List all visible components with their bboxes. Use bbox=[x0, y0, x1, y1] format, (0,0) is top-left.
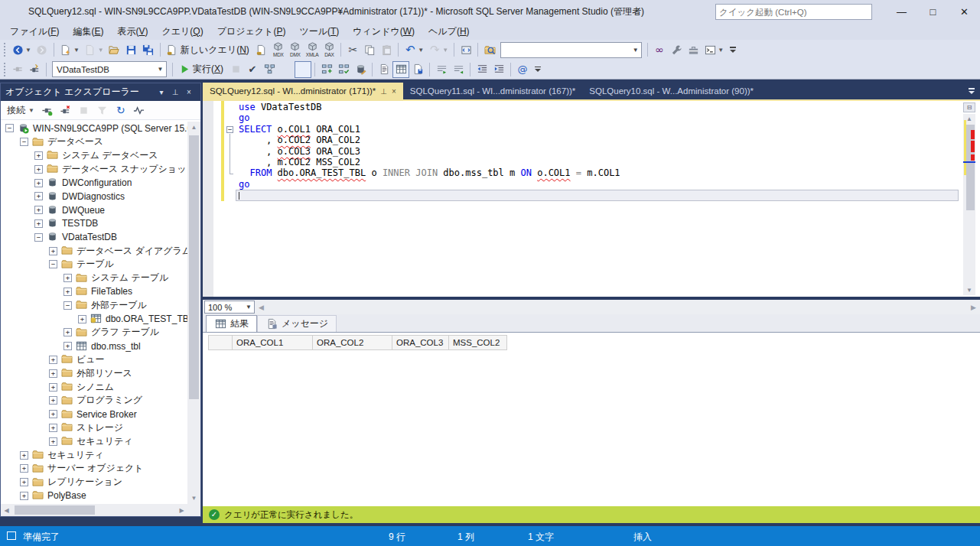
chevron-down-icon[interactable]: ▼ bbox=[418, 47, 424, 54]
close-button[interactable]: ✕ bbox=[949, 0, 980, 23]
chevron-down-icon[interactable]: ▼ bbox=[98, 47, 104, 54]
tree-expander[interactable]: + bbox=[63, 274, 72, 282]
close-icon[interactable]: × bbox=[392, 87, 396, 96]
tree-item--[interactable]: +セキュリティ bbox=[1, 448, 187, 462]
toolbar-grip[interactable] bbox=[2, 63, 8, 76]
tree-item--[interactable]: +システム データベース bbox=[1, 149, 187, 163]
grid-corner-header[interactable] bbox=[209, 336, 233, 350]
tools-wrench-button[interactable] bbox=[668, 41, 685, 58]
chevron-down-icon[interactable]: ▼ bbox=[155, 62, 166, 76]
command-window-button[interactable]: ▼ bbox=[702, 41, 726, 58]
tree-expander[interactable]: − bbox=[20, 138, 28, 146]
tree-item-testdb[interactable]: +TESTDB bbox=[1, 217, 187, 231]
copy-button[interactable] bbox=[361, 41, 378, 58]
pin-icon[interactable]: ⊥ bbox=[380, 87, 387, 96]
chevron-down-icon[interactable]: ▼ bbox=[718, 47, 724, 54]
analysis-dax-query-button[interactable]: DAX bbox=[321, 41, 337, 58]
tree-expander[interactable]: + bbox=[34, 151, 43, 160]
toolbar-overflow-icon[interactable] bbox=[532, 61, 543, 78]
menu-item-編集[interactable]: 編集(E) bbox=[66, 24, 110, 40]
grid-column-header[interactable]: ORA_COL3 bbox=[392, 336, 449, 350]
scroll-up-icon[interactable]: ▲ bbox=[187, 122, 200, 133]
document-tab-3[interactable]: SQLQuery10.sql - W...Administrator (90))… bbox=[582, 83, 760, 99]
scroll-right-icon[interactable]: ▶ bbox=[176, 504, 187, 516]
connect-menu[interactable]: 接続 ▼ bbox=[4, 102, 37, 119]
toolbar-overflow-icon[interactable] bbox=[728, 41, 738, 58]
tree-item--[interactable]: +データベース スナップショット bbox=[1, 162, 187, 176]
tree-item-dbo-ora_test_tbl[interactable]: +dbo.ORA_TEST_TBL bbox=[1, 312, 187, 326]
tree-item-service-broker[interactable]: +Service Broker bbox=[1, 408, 187, 421]
tree-item--[interactable]: +グラフ テーブル bbox=[1, 326, 187, 340]
tree-item--[interactable]: +外部リソース bbox=[1, 366, 187, 380]
undo-button[interactable]: ↶▼ bbox=[402, 41, 426, 58]
script-designer-button[interactable] bbox=[457, 41, 474, 58]
scroll-left-icon[interactable]: ◀ bbox=[1, 504, 12, 516]
decrease-indent-button[interactable] bbox=[474, 61, 490, 78]
uncomment-button[interactable] bbox=[450, 61, 467, 78]
disconnect-button[interactable] bbox=[57, 102, 74, 119]
close-icon[interactable]: × bbox=[182, 88, 196, 96]
vs-launcher-button[interactable]: ∞ bbox=[651, 41, 668, 58]
analysis-dmx-query-button[interactable]: DMX bbox=[287, 41, 304, 58]
tree-expander[interactable]: + bbox=[49, 247, 57, 255]
scrollbar-thumb[interactable] bbox=[15, 505, 95, 515]
save-all-button[interactable] bbox=[140, 41, 157, 58]
collapse-region-icon[interactable]: − bbox=[226, 126, 233, 133]
grid-column-header[interactable]: ORA_COL2 bbox=[313, 336, 392, 350]
tree-item--[interactable]: −テーブル bbox=[1, 258, 187, 271]
tree-expander[interactable]: + bbox=[49, 437, 57, 446]
tree-item-vdatatestdb[interactable]: −VDataTestDB bbox=[1, 230, 187, 244]
toolbox-button[interactable] bbox=[685, 41, 702, 58]
scrollbar-thumb[interactable] bbox=[189, 135, 199, 399]
tree-item-polybase[interactable]: +PolyBase bbox=[1, 489, 187, 503]
tree-item--[interactable]: +セキュリティ bbox=[1, 434, 187, 448]
tree-item--[interactable]: +サーバー オブジェクト bbox=[1, 462, 187, 476]
tree-item-dwqueue[interactable]: +DWQueue bbox=[1, 203, 187, 217]
tree-item--[interactable]: +レプリケーション bbox=[1, 476, 187, 489]
tree-item--[interactable]: −外部テーブル bbox=[1, 298, 187, 312]
tree-expander[interactable]: + bbox=[63, 328, 72, 336]
tree-expander[interactable]: − bbox=[49, 260, 57, 268]
tree-expander[interactable]: + bbox=[63, 288, 72, 296]
tree-expander[interactable]: + bbox=[34, 219, 43, 228]
activity-monitor-button[interactable] bbox=[131, 102, 148, 119]
chevron-down-icon[interactable]: ▼ bbox=[25, 47, 31, 54]
tree-item--[interactable]: +ビュー bbox=[1, 353, 187, 367]
tree-item--[interactable]: +データベース ダイアグラム bbox=[1, 244, 187, 258]
refresh-button[interactable]: ↻ bbox=[112, 102, 129, 119]
menu-item-表示[interactable]: 表示(V) bbox=[110, 24, 155, 40]
document-tab-2[interactable]: SQLQuery11.sql - WI...dministrator (167)… bbox=[403, 83, 582, 99]
change-connection-button[interactable] bbox=[26, 61, 43, 78]
tree-expander[interactable]: + bbox=[49, 369, 57, 378]
analysis-xmla-query-button[interactable]: XMLA bbox=[304, 41, 321, 58]
grid-column-header[interactable]: ORA_COL1 bbox=[233, 336, 313, 350]
find-combo[interactable]: ▼ bbox=[500, 42, 642, 58]
cut-button[interactable]: ✂ bbox=[344, 41, 361, 58]
live-query-statistics-button[interactable] bbox=[335, 61, 352, 78]
connect-object-explorer-button[interactable] bbox=[39, 102, 56, 119]
sql-editor[interactable]: − use VDataTestDBgoSELECT o.COL1 ORA_COL… bbox=[203, 99, 980, 297]
tree-item-dwdiagnostics[interactable]: +DWDiagnostics bbox=[1, 190, 187, 203]
object-explorer-vscrollbar[interactable]: ▲ ▼ bbox=[187, 122, 200, 504]
tree-expander[interactable]: + bbox=[20, 492, 28, 500]
tree-expander[interactable]: + bbox=[49, 424, 57, 432]
grid-column-header[interactable]: MSS_COL2 bbox=[449, 336, 507, 350]
zoom-selector[interactable]: 100 % ▼ bbox=[204, 301, 255, 314]
tree-expander[interactable]: + bbox=[49, 396, 57, 405]
tree-expander[interactable]: − bbox=[34, 233, 43, 242]
code-area[interactable]: use VDataTestDBgoSELECT o.COL1 ORA_COL1 … bbox=[239, 102, 960, 201]
tree-expander[interactable]: + bbox=[63, 342, 72, 350]
increase-indent-button[interactable] bbox=[490, 61, 507, 78]
comment-out-button[interactable] bbox=[433, 61, 450, 78]
split-editor-handle[interactable]: ⊟ bbox=[963, 102, 975, 112]
template-parameters-button[interactable]: @ bbox=[514, 61, 531, 78]
save-button[interactable] bbox=[123, 41, 140, 58]
estimated-plan-button[interactable] bbox=[261, 61, 278, 78]
new-item-button[interactable]: ▼ bbox=[57, 41, 82, 58]
tree-expander[interactable]: + bbox=[34, 179, 43, 187]
database-engine-query-button[interactable] bbox=[253, 41, 270, 58]
tree-item--[interactable]: +シノニム bbox=[1, 380, 187, 394]
tree-item-win-sn9l9cca9pp-sql-server-15-0-19[interactable]: −WIN-SN9L9CCA9PP (SQL Server 15.0.19 bbox=[1, 122, 187, 135]
chevron-down-icon[interactable]: ▼ bbox=[73, 47, 80, 54]
include-actual-plan-button[interactable] bbox=[318, 61, 335, 78]
